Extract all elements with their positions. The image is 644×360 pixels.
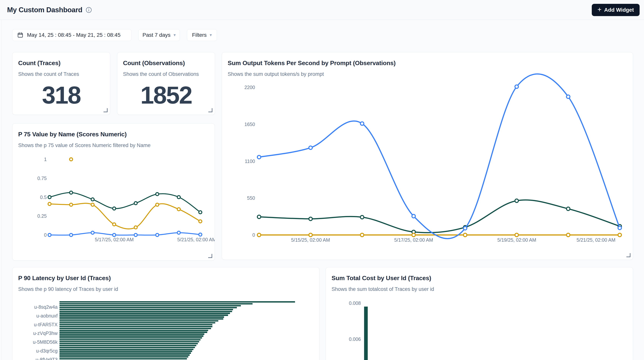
resize-handle-icon[interactable]: [626, 253, 630, 257]
widget-subtitle: Shows the count of Observations: [123, 71, 215, 77]
latency-bar: [60, 314, 228, 316]
score-series-gold-point: [113, 223, 116, 226]
score-series-gold-point: [199, 220, 202, 223]
y-axis-tick: 1100: [245, 159, 255, 164]
score-series-blue-point: [48, 233, 51, 236]
latency-bar: [60, 318, 223, 319]
resize-handle-icon[interactable]: [208, 254, 212, 258]
prompt-series-blue-point: [412, 214, 415, 218]
tokens-line-chart: 05501100165022005/15/25, 02:00 AM5/17/25…: [222, 52, 633, 260]
score-series-green-point: [91, 198, 94, 201]
latency-bar: [60, 320, 218, 321]
resize-handle-icon[interactable]: [104, 108, 108, 112]
latency-bar: [60, 341, 199, 342]
user-id-axis-label: u-d3qr5cg: [12, 348, 58, 353]
score-series-green-point: [70, 191, 73, 194]
widget-sum-total-cost: Sum Total Cost by User Id (Traces) Shows…: [326, 267, 633, 360]
y-axis-tick: 550: [247, 195, 255, 201]
p90-bar-chart: u-8sq2w4au-aobnuxfu-tFAR5TXu-zVqP3hwu-5M…: [12, 267, 319, 360]
widget-title: Count (Traces): [18, 60, 110, 67]
date-preset-select[interactable]: Past 7 days ▾: [138, 29, 180, 41]
score-series-gold-point: [48, 202, 51, 205]
latency-bar: [60, 358, 187, 359]
chevron-down-icon: ▾: [210, 33, 212, 38]
score-series-gold-point: [134, 226, 137, 229]
prompt-series-gold-point: [309, 233, 312, 237]
prompt-series-blue-point: [309, 146, 312, 149]
latency-bar: [60, 326, 212, 327]
score-series-green-point: [48, 196, 51, 199]
latency-bar: [60, 303, 252, 304]
date-range-picker[interactable]: May 14, 25 : 08:45 - May 21, 25 : 08:45: [12, 29, 132, 41]
filters-button[interactable]: Filters ▾: [187, 29, 217, 41]
widget-subtitle: Shows the count of Traces: [18, 71, 110, 77]
score-series-blue-point: [113, 233, 116, 236]
latency-bar: [60, 339, 200, 340]
y-axis-tick: 0.75: [37, 176, 47, 181]
score-series-blue-point: [199, 233, 202, 236]
prompt-series-green-line: [259, 200, 620, 233]
y-axis-tick: 1: [44, 157, 47, 162]
x-axis-tick: 5/21/25, 02:00 AM: [577, 237, 616, 243]
latency-bar: [60, 345, 196, 346]
prompt-series-blue-line: [259, 74, 620, 239]
chevron-down-icon: ▾: [174, 33, 176, 38]
plus-icon: +: [598, 6, 602, 13]
score-single-point-gold-point: [70, 158, 73, 161]
filters-label: Filters: [192, 32, 207, 38]
filter-toolbar: May 14, 25 : 08:45 - May 21, 25 : 08:45 …: [0, 20, 644, 43]
latency-bar: [60, 354, 190, 355]
prompt-series-blue-point: [515, 85, 518, 89]
score-series-green-point: [177, 196, 180, 199]
resize-handle-icon[interactable]: [208, 108, 212, 112]
x-axis-tick: 5/19/25, 02:00 AM: [498, 237, 536, 243]
latency-bar: [60, 311, 232, 312]
latency-bar: [60, 350, 192, 352]
latency-bar: [60, 312, 230, 314]
widget-p90-latency: P 90 Latency by User Id (Traces) Shows t…: [12, 267, 320, 360]
score-series-green-point: [199, 211, 202, 214]
user-id-axis-label: u-zVqP3hw: [12, 331, 58, 336]
user-id-axis-label: u-aobnuxf: [12, 313, 58, 318]
add-widget-button[interactable]: + Add Widget: [592, 4, 640, 16]
score-series-blue-point: [156, 233, 159, 236]
add-widget-label: Add Widget: [604, 7, 634, 13]
prompt-series-gold-point: [360, 233, 364, 237]
score-series-gold-point: [177, 208, 180, 211]
latency-bar: [60, 316, 224, 318]
latency-bar: [60, 305, 241, 306]
latency-bar: [60, 356, 188, 357]
widget-count-traces: Count (Traces) Shows the count of Traces…: [12, 52, 110, 115]
page-title: My Custom Dashboard: [7, 6, 82, 14]
prompt-series-green-point: [309, 217, 312, 221]
latency-bar: [60, 349, 194, 350]
prompt-series-gold-point: [257, 233, 261, 237]
score-series-gold-point: [91, 203, 94, 206]
prompt-series-blue-point: [464, 226, 467, 230]
prompt-series-green-point: [515, 199, 518, 202]
info-icon[interactable]: [86, 7, 92, 13]
score-series-blue-point: [134, 233, 137, 236]
score-series-green-point: [113, 207, 116, 210]
latency-bar: [60, 324, 212, 325]
latency-bar: [60, 335, 204, 337]
latency-bar: [60, 328, 211, 329]
score-series-gold-point: [156, 203, 159, 206]
score-series-green-point: [156, 193, 159, 196]
y-axis-tick: 0: [44, 232, 47, 238]
prompt-series-gold-point: [412, 233, 415, 237]
p75-line-chart: 00.250.50.7515/17/25, 02:00 AM5/21/25, 0…: [12, 124, 215, 260]
x-axis-tick: 5/17/25, 02:00 AM: [95, 237, 134, 242]
prompt-series-green-point: [566, 207, 570, 210]
user-id-axis-label: u-8sq2w4a: [12, 304, 58, 309]
prompt-series-green-point: [360, 215, 364, 219]
latency-bar: [60, 352, 191, 354]
widget-title: Count (Observations): [123, 60, 215, 67]
latency-bar: [60, 333, 204, 335]
cost-bar: [364, 306, 368, 360]
x-axis-tick: 5/17/25, 02:00 AM: [394, 237, 433, 243]
y-axis-tick: 2200: [244, 85, 255, 90]
latency-bar: [60, 307, 237, 308]
prompt-series-gold-point: [618, 233, 622, 237]
latency-bar: [60, 301, 295, 302]
